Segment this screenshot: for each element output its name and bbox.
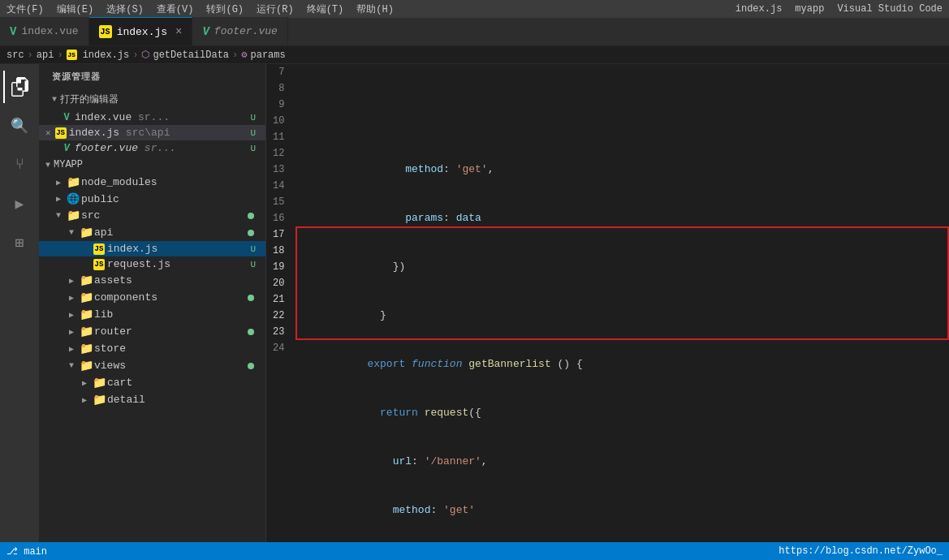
title-vscode: Visual Studio Code (837, 3, 943, 15)
folder-arrow-lib: ▶ (65, 310, 78, 320)
breadcrumb-src[interactable]: src (6, 50, 24, 61)
src-dot (248, 213, 254, 219)
myapp-title: MYAPP (54, 159, 83, 170)
breadcrumb-sep-3: › (132, 50, 138, 61)
breadcrumb-getdetaildata[interactable]: getDetailData (153, 50, 229, 61)
views-label: views (94, 360, 248, 372)
sidebar-item-api[interactable]: ▼ 📁 api (39, 224, 265, 241)
tab-bar: V index.vue JS index.js × V footer.vue (0, 18, 949, 46)
folder-icon-router: 📁 (78, 325, 94, 338)
menu-run[interactable]: 运行(R) (257, 2, 294, 16)
api-dot (248, 230, 254, 236)
tab-close-button[interactable]: × (175, 25, 182, 38)
search-icon[interactable]: 🔍 (3, 110, 36, 142)
breadcrumb: src › api › JS index.js › ⬡ getDetailDat… (0, 46, 949, 64)
menu-view[interactable]: 查看(V) (157, 2, 194, 16)
sidebar-item-lib[interactable]: ▶ 📁 lib (39, 306, 265, 323)
vue-file-icon: V (58, 112, 75, 123)
requestjs-badge: U (250, 260, 256, 269)
sidebar-item-cart[interactable]: ▶ 📁 cart (39, 374, 265, 391)
modified-badge-js: U (250, 128, 256, 138)
sidebar-item-request-js[interactable]: JS request.js U (39, 256, 265, 272)
vue-icon: V (10, 25, 16, 38)
menu-goto[interactable]: 转到(G) (206, 2, 244, 16)
modified-badge-footer: U (250, 144, 256, 153)
open-editor-item-js[interactable]: ✕ JS index.js src\api U (39, 125, 265, 140)
editor-area: 7 8 9 10 11 12 13 14 15 16 17 18 19 20 2… (266, 64, 949, 542)
breadcrumb-params[interactable]: params (251, 50, 286, 61)
sidebar-item-src[interactable]: ▼ 📁 src (39, 207, 265, 224)
open-editor-item-footer[interactable]: V footer.vue sr... U (39, 140, 265, 156)
source-control-icon[interactable]: ⑂ (3, 149, 36, 181)
folder-arrow-cart: ▶ (78, 378, 91, 388)
sidebar-item-store[interactable]: ▶ 📁 store (39, 340, 265, 357)
assets-label: assets (94, 274, 259, 286)
open-editors-label[interactable]: ▼ 打开的编辑器 (39, 89, 265, 110)
code-line-10: } (304, 291, 943, 308)
indexjs-label: index.js (107, 243, 247, 255)
menu-terminal[interactable]: 终端(T) (307, 2, 344, 16)
open-editor-footer-name: footer.vue sr... (75, 142, 247, 154)
tab-label-footer-vue: footer.vue (214, 25, 278, 37)
open-editors-title: 打开的编辑器 (60, 93, 119, 106)
menu-bar: 文件(F) 编辑(E) 选择(S) 查看(V) 转到(G) 运行(R) 终端(T… (0, 0, 949, 18)
debug-icon[interactable]: ▶ (3, 187, 36, 220)
extensions-icon[interactable]: ⊞ (3, 226, 36, 259)
code-line-7: method: 'get', (304, 145, 943, 162)
menu-select[interactable]: 选择(S) (106, 2, 144, 16)
menu-edit[interactable]: 编辑(E) (57, 2, 94, 16)
folder-icon-views: 📁 (78, 359, 94, 373)
menu-help[interactable]: 帮助(H) (356, 2, 394, 16)
tab-index-vue[interactable]: V index.vue (0, 17, 89, 45)
folder-arrow-detail: ▶ (78, 395, 91, 405)
tab-index-js[interactable]: JS index.js × (89, 17, 193, 45)
folder-arrow-node: ▶ (52, 178, 65, 187)
folder-arrow-src: ▼ (52, 211, 65, 220)
folder-icon-public: 🌐 (65, 192, 81, 205)
explorer-icon[interactable] (3, 71, 36, 103)
title-myapp: myapp (795, 3, 824, 15)
breadcrumb-indexjs[interactable]: index.js (83, 50, 130, 61)
folder-arrow-components: ▶ (65, 293, 78, 303)
sidebar: 资源管理器 ▼ 打开的编辑器 V index.vue sr... U ✕ JS … (39, 64, 266, 542)
menu-file[interactable]: 文件(F) (6, 2, 44, 16)
close-icon-js[interactable]: ✕ (45, 127, 51, 138)
tab-label-index-vue: index.vue (21, 25, 78, 37)
breadcrumb-sep-4: › (232, 50, 238, 61)
js-icon: JS (99, 25, 112, 38)
breadcrumb-fn-icon: ⬡ (141, 49, 149, 61)
code-line-11: export function getBannerlist () { (304, 340, 943, 356)
sidebar-item-views[interactable]: ▼ 📁 views (39, 357, 265, 374)
tab-footer-vue[interactable]: V footer.vue (192, 17, 287, 45)
status-bar: ⎇ main https://blog.csdn.net/ZywOo_ (0, 542, 949, 560)
sidebar-item-index-js[interactable]: JS index.js U (39, 241, 265, 256)
node-modules-label: node_modules (81, 176, 259, 188)
sidebar-item-assets[interactable]: ▶ 📁 assets (39, 272, 265, 289)
open-editors-section: ▼ 打开的编辑器 V index.vue sr... U ✕ JS index.… (39, 89, 265, 156)
folder-arrow-store: ▶ (65, 344, 78, 354)
breadcrumb-api[interactable]: api (37, 50, 54, 61)
collapse-arrow: ▼ (52, 95, 57, 104)
myapp-label[interactable]: ▼ MYAPP (39, 156, 265, 174)
folder-arrow-views: ▼ (65, 361, 78, 370)
sidebar-item-detail[interactable]: ▶ 📁 detail (39, 391, 265, 408)
folder-icon-components: 📁 (78, 291, 94, 304)
router-dot (248, 329, 254, 335)
folder-arrow-assets: ▶ (65, 276, 78, 286)
sidebar-item-components[interactable]: ▶ 📁 components (39, 289, 265, 306)
folder-icon-node: 📁 (65, 175, 81, 189)
code-view[interactable]: 7 8 9 10 11 12 13 14 15 16 17 18 19 20 2… (266, 64, 949, 542)
sidebar-item-public[interactable]: ▶ 🌐 public (39, 191, 265, 207)
sidebar-item-node-modules[interactable]: ▶ 📁 node_modules (39, 174, 265, 191)
api-label: api (94, 226, 248, 239)
sidebar-item-router[interactable]: ▶ 📁 router (39, 323, 265, 340)
breadcrumb-sep-1: › (28, 50, 33, 61)
breadcrumb-sep-2: › (57, 50, 63, 61)
title-indexjs: index.js (735, 3, 783, 15)
open-editor-item-vue[interactable]: V index.vue sr... U (39, 110, 265, 125)
indexjs-badge: U (250, 244, 256, 254)
folder-icon-assets: 📁 (78, 274, 94, 287)
folder-icon-store: 📁 (78, 342, 94, 355)
code-line-13: url: '/banner', (304, 437, 943, 454)
code-line-12: return request({ (304, 389, 943, 405)
